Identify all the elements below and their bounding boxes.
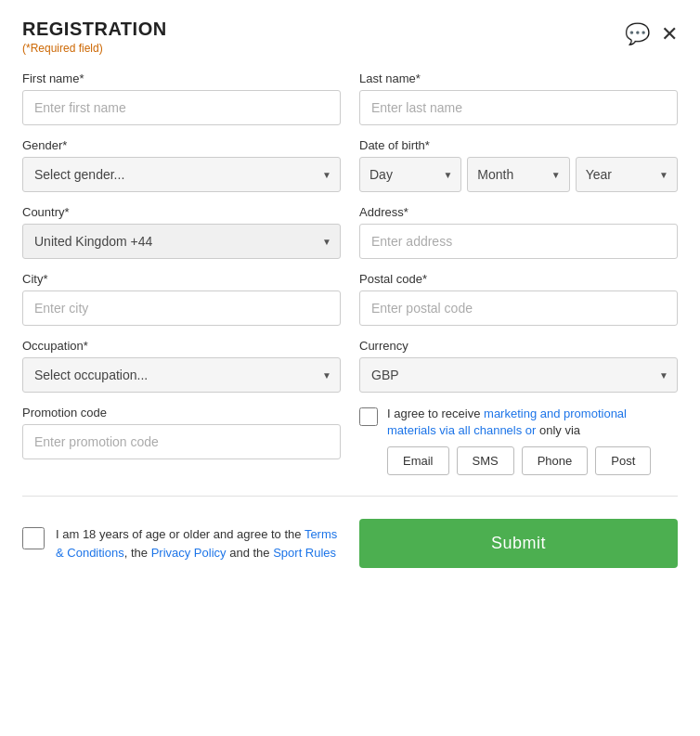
email-channel-button[interactable]: Email	[387, 446, 449, 475]
terms-checkbox[interactable]	[22, 527, 45, 549]
dob-month-wrapper: Month JanuaryFebruaryMarch AprilMayJune …	[467, 157, 569, 192]
currency-select[interactable]: GBP USD EUR AUD	[359, 357, 678, 393]
dob-label: Date of birth*	[359, 138, 678, 152]
gender-label: Gender*	[22, 138, 341, 152]
address-input[interactable]	[359, 224, 678, 259]
gender-select[interactable]: Select gender... Male Female Other	[22, 157, 341, 192]
chat-icon[interactable]: 💬	[625, 22, 650, 46]
currency-group: Currency GBP USD EUR AUD	[359, 339, 678, 393]
country-select-wrapper: United Kingdom +44 United States +1 Germ…	[22, 224, 341, 259]
dob-day-select[interactable]: Day 1234 5678 9101112 13141516 17181920 …	[359, 157, 461, 192]
country-select[interactable]: United Kingdom +44 United States +1 Germ…	[22, 224, 341, 259]
country-label: Country*	[22, 205, 341, 219]
last-name-group: Last name*	[359, 71, 678, 125]
terms-section: I am 18 years of age or older and agree …	[22, 525, 341, 562]
promotion-input[interactable]	[22, 424, 341, 459]
promotion-label: Promotion code	[22, 406, 341, 420]
last-name-label: Last name*	[359, 71, 678, 85]
marketing-section: I agree to receive marketing and promoti…	[359, 406, 678, 475]
first-name-input[interactable]	[22, 90, 341, 125]
postal-code-group: Postal code*	[359, 272, 678, 326]
terms-text: I am 18 years of age or older and agree …	[56, 525, 341, 562]
postal-code-label: Postal code*	[359, 272, 678, 286]
gender-select-wrapper: Select gender... Male Female Other	[22, 157, 341, 192]
currency-select-wrapper: GBP USD EUR AUD	[359, 357, 678, 393]
dob-month-select[interactable]: Month JanuaryFebruaryMarch AprilMayJune …	[467, 157, 569, 192]
address-label: Address*	[359, 205, 678, 219]
country-group: Country* United Kingdom +44 United State…	[22, 205, 341, 259]
channel-buttons: Email SMS Phone Post	[359, 446, 678, 475]
occupation-select-wrapper: Select occupation... Employed Self-emplo…	[22, 357, 341, 393]
marketing-link[interactable]: marketing and promotional materials via …	[387, 407, 627, 437]
marketing-checkbox[interactable]	[359, 407, 378, 426]
currency-label: Currency	[359, 339, 678, 353]
gender-group: Gender* Select gender... Male Female Oth…	[22, 138, 341, 192]
occupation-label: Occupation*	[22, 339, 341, 353]
dob-year-wrapper: Year 2005200420032002 2001200019991998 1…	[576, 157, 678, 192]
required-note: (*Required field)	[22, 42, 167, 55]
sport-rules-link[interactable]: Sport Rules	[273, 546, 336, 560]
sms-channel-button[interactable]: SMS	[457, 446, 514, 475]
close-icon[interactable]: ✕	[661, 22, 678, 46]
first-name-group: First name*	[22, 71, 341, 125]
city-input[interactable]	[22, 291, 341, 326]
dob-year-select[interactable]: Year 2005200420032002 2001200019991998 1…	[576, 157, 678, 192]
first-name-label: First name*	[22, 71, 341, 85]
privacy-link[interactable]: Privacy Policy	[151, 546, 227, 560]
marketing-text: I agree to receive marketing and promoti…	[387, 406, 678, 439]
submit-button[interactable]: Submit	[359, 519, 678, 568]
post-channel-button[interactable]: Post	[595, 446, 651, 475]
phone-channel-button[interactable]: Phone	[522, 446, 589, 475]
occupation-select[interactable]: Select occupation... Employed Self-emplo…	[22, 357, 341, 393]
promotion-group: Promotion code	[22, 406, 341, 459]
address-group: Address*	[359, 205, 678, 259]
city-label: City*	[22, 272, 341, 286]
last-name-input[interactable]	[359, 90, 678, 125]
occupation-group: Occupation* Select occupation... Employe…	[22, 339, 341, 393]
postal-code-input[interactable]	[359, 291, 678, 326]
page-title: REGISTRATION	[22, 19, 167, 40]
divider	[22, 496, 678, 497]
city-group: City*	[22, 272, 341, 326]
dob-day-wrapper: Day 1234 5678 9101112 13141516 17181920 …	[359, 157, 461, 192]
dob-group: Date of birth* Day 1234 5678 9101112 131…	[359, 138, 678, 192]
